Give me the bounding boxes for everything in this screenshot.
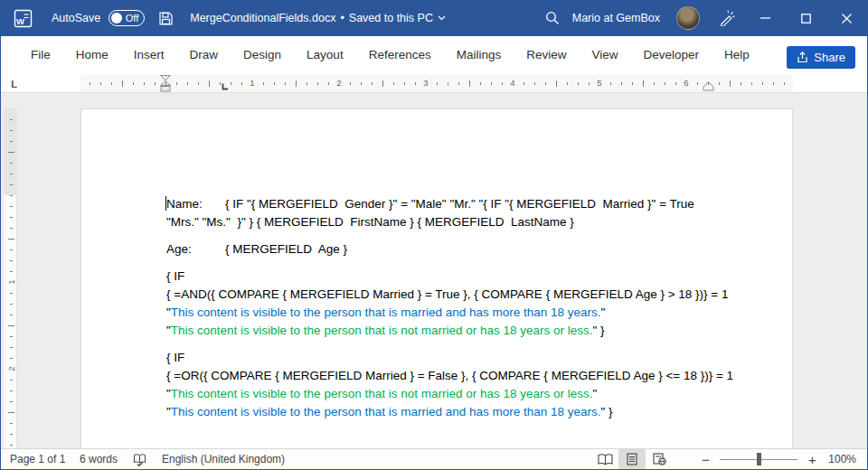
document-text: Name:{ IF "{ MERGEFIELD Gender }" = "Mal…: [166, 195, 774, 430]
paragraph: { IF{ =OR({ COMPARE { MERGEFIELD Married…: [166, 349, 774, 421]
ruler-tick: [589, 82, 590, 85]
ruler-tick: [241, 82, 242, 85]
ruler-number: 6: [682, 78, 691, 88]
tab-mailings[interactable]: Mailings: [444, 36, 514, 74]
tab-design[interactable]: Design: [231, 36, 294, 74]
proofing-button[interactable]: [133, 449, 146, 469]
paragraph: Name:{ IF "{ MERGEFIELD Gender }" = "Mal…: [166, 195, 774, 231]
ruler-tick: [502, 82, 503, 85]
tab-help[interactable]: Help: [712, 36, 762, 74]
document-line: "Mrs." "Ms." }" } { MERGEFIELD FirstName…: [166, 213, 774, 231]
zoom-in-button[interactable]: +: [803, 452, 821, 467]
zoom-slider-thumb[interactable]: [757, 453, 761, 465]
title-bar: W AutoSave Off MergeConditionalFields.do…: [1, 0, 867, 36]
read-mode-button[interactable]: [591, 449, 618, 469]
ruler-tick: [762, 82, 763, 85]
tab-home[interactable]: Home: [63, 36, 121, 74]
ruler-tick: [10, 206, 13, 207]
ruler-tick: [100, 82, 101, 85]
tab-references[interactable]: References: [356, 36, 444, 74]
ruler-number: 1: [6, 277, 15, 287]
minimize-button[interactable]: [745, 0, 786, 36]
ruler-tick: [545, 82, 546, 85]
tab-view[interactable]: View: [579, 36, 630, 74]
paragraph: { IF{ =AND({ COMPARE { MERGEFIELD Marrie…: [166, 268, 774, 340]
ruler-tick: [578, 82, 579, 85]
ruler-tick: [448, 82, 448, 85]
document-line: "This content is visible to the person t…: [166, 403, 774, 421]
text-run: { MERGEFIELD Age }: [225, 242, 347, 256]
search-icon: [545, 11, 560, 25]
maximize-button[interactable]: [786, 0, 826, 36]
ruler-tick: [361, 82, 362, 85]
avatar[interactable]: [676, 6, 700, 30]
document-page[interactable]: Name:{ IF "{ MERGEFIELD Gender }" = "Mal…: [80, 108, 793, 449]
print-layout-icon: [627, 453, 637, 465]
zoom-slider[interactable]: [720, 449, 797, 469]
ruler-tick: [730, 80, 731, 87]
close-button[interactable]: [826, 0, 867, 36]
web-layout-icon: [653, 453, 666, 465]
text-run: " }: [601, 405, 613, 418]
tab-selector-icon[interactable]: L: [7, 77, 21, 90]
ruler-tick: [534, 82, 535, 85]
word-count[interactable]: 6 words: [80, 449, 118, 469]
ruler-number: 3: [421, 78, 430, 88]
tab-layout[interactable]: Layout: [294, 36, 356, 74]
ruler-tick: [10, 315, 13, 315]
tab-review[interactable]: Review: [514, 36, 579, 74]
ruler-tick: [751, 82, 752, 85]
autosave-label: AutoSave: [52, 12, 100, 24]
ruler-tick: [220, 82, 221, 85]
web-layout-button[interactable]: [646, 449, 673, 469]
ruler-tick: [719, 82, 720, 85]
editor-pen-button[interactable]: [709, 0, 745, 36]
ruler-tick: [10, 228, 13, 229]
ruler-tick: [10, 445, 13, 446]
text-run: { =OR({ COMPARE { MERGEFIELD Married } =…: [166, 369, 733, 382]
vertical-ruler[interactable]: 12: [4, 108, 17, 449]
search-button[interactable]: [534, 0, 571, 36]
title-separator: •: [340, 12, 344, 24]
word-window: W AutoSave Off MergeConditionalFields.do…: [0, 0, 868, 470]
tab-stop-marker[interactable]: [222, 83, 229, 90]
ruler-tick: [469, 80, 470, 87]
text-run: "Mrs." "Ms." }" } { MERGEFIELD FirstName…: [166, 215, 574, 229]
ruler-tick: [10, 293, 13, 294]
document-line: "This content is visible to the person t…: [166, 304, 774, 322]
ruler-tick: [307, 82, 307, 85]
ruler-tick: [10, 358, 13, 359]
tab-draw[interactable]: Draw: [177, 36, 231, 74]
title-bar-left: W AutoSave Off MergeConditionalFields.do…: [1, 0, 446, 36]
toggle-knob-icon: [111, 13, 122, 24]
text-run: ": [593, 387, 598, 400]
ruler-band: L 123456: [1, 74, 867, 93]
share-button[interactable]: Share: [787, 46, 855, 69]
document-line: { =AND({ COMPARE { MERGEFIELD Married } …: [166, 286, 774, 304]
ruler-tick: [10, 390, 13, 391]
autosave-toggle[interactable]: Off: [108, 10, 145, 26]
ruler-tick: [10, 423, 13, 424]
zoom-out-button[interactable]: −: [696, 452, 714, 467]
document-title[interactable]: MergeConditionalFields.docx • Saved to t…: [190, 12, 446, 24]
account-name[interactable]: Mario at GemBox: [572, 12, 660, 24]
zoom-level[interactable]: 100%: [828, 453, 856, 465]
tab-insert[interactable]: Insert: [121, 36, 177, 74]
paragraph: Age:{ MERGEFIELD Age }: [166, 240, 774, 258]
text-run: This content is visible to the person th…: [171, 324, 593, 337]
ribbon-tabs: File Home Insert Draw Design Layout Refe…: [18, 36, 867, 74]
text-run: Name:: [166, 195, 225, 213]
ruler-tick: [350, 82, 351, 85]
page-indicator[interactable]: Page 1 of 1: [10, 449, 65, 469]
tab-file[interactable]: File: [18, 36, 63, 74]
save-status: Saved to this PC: [349, 12, 433, 24]
ruler-tick: [8, 325, 14, 326]
save-button[interactable]: [156, 9, 175, 27]
horizontal-ruler[interactable]: 123456: [80, 75, 793, 92]
language-indicator[interactable]: English (United Kingdom): [162, 449, 285, 469]
text-run: ": [601, 306, 606, 319]
ruler-tick: [10, 141, 13, 142]
ruler-tick: [10, 260, 13, 261]
tab-developer[interactable]: Developer: [631, 36, 712, 74]
print-layout-button[interactable]: [618, 449, 646, 469]
